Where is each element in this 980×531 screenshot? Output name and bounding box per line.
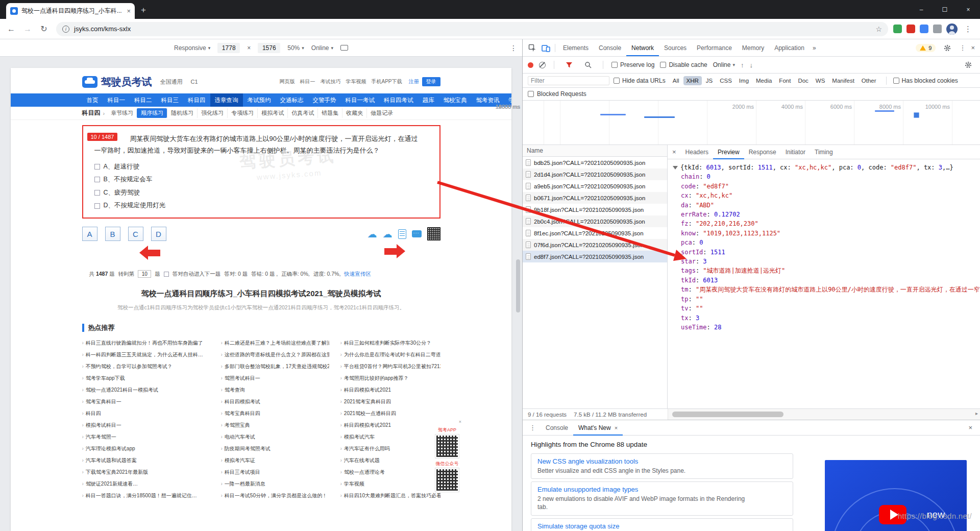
preview-property[interactable]: useTime: 28 [673, 323, 978, 332]
network-request-row[interactable]: 9b18f.json?CALL=?20210205090935.json [523, 204, 667, 215]
preview-property[interactable]: star: 3 [673, 257, 978, 266]
network-request-row[interactable]: ed8f7.json?CALL=?20210205090935.json [523, 251, 667, 262]
back-button[interactable]: ← [4, 22, 18, 36]
hot-link[interactable]: ›2021驾考宝典科目四 [340, 396, 440, 407]
next-question-arrow[interactable] [384, 244, 405, 258]
hot-link[interactable]: ›汽车在线考试题 [340, 454, 440, 466]
main-nav-item[interactable]: 交警手势 [308, 93, 341, 107]
subnav-item[interactable]: 随机练习 [167, 108, 197, 118]
hot-link[interactable]: ›科目四模拟考试2021 [340, 419, 440, 431]
option-checkbox[interactable] [94, 190, 100, 196]
extension-icon[interactable] [906, 25, 915, 33]
preview-property[interactable]: fz: "202,210,216,230" [673, 219, 978, 228]
hot-link[interactable]: ›平台租贷0首付？网约车司机3公里被扣7212元… [340, 360, 440, 372]
hot-link[interactable]: ›科目三考试项目 [221, 466, 329, 478]
network-filter-chip[interactable]: Other [859, 76, 879, 85]
disable-cache-checkbox[interactable] [660, 62, 666, 68]
prev-question-arrow[interactable] [139, 246, 160, 260]
detail-tab[interactable]: Response [744, 145, 781, 159]
devtools-close-icon[interactable]: × [971, 44, 975, 52]
page-scrollbar[interactable] [516, 259, 520, 312]
hot-link[interactable]: ›驾考学车app下载 [82, 372, 210, 384]
main-nav-item[interactable]: 科目二 [130, 93, 157, 107]
subnav-item[interactable]: 专项练习 [227, 108, 257, 118]
question-option[interactable]: C、疲劳驾驶 [94, 186, 428, 200]
hot-link[interactable]: ›考驾照宝典 [221, 419, 329, 431]
devtools-tab[interactable]: Memory [737, 40, 769, 56]
preview-property[interactable]: cx: "xc,hc,kc" [673, 191, 978, 200]
devtools-settings-icon[interactable] [941, 41, 954, 55]
hot-link[interactable]: ›考驾照用比较好的app推荐？ [340, 372, 440, 384]
preview-property[interactable]: code: "ed8f7" [673, 182, 978, 191]
blocked-cookies-checkbox[interactable] [893, 78, 899, 84]
subnav-item[interactable]: 做题记录 [366, 108, 397, 118]
device-mode-select[interactable]: Responsive ▾ [174, 44, 210, 52]
issues-warning-badge[interactable]: 9 [916, 44, 936, 52]
subnav-item[interactable]: 顺序练习 [137, 108, 167, 118]
new-tab-button[interactable]: + [141, 5, 146, 15]
subnav-item[interactable]: 错题集 [317, 108, 342, 118]
extensions-puzzle-icon[interactable] [933, 25, 942, 33]
option-checkbox[interactable] [94, 203, 100, 209]
subnav-item[interactable]: 仿真考试 [287, 108, 317, 118]
network-overview-timeline[interactable]: 2000 ms4000 ms6000 ms8000 ms10000 ms1200… [523, 101, 980, 145]
question-option[interactable]: B、不按规定会车 [94, 173, 428, 186]
inspect-element-icon[interactable] [526, 41, 539, 55]
license-type[interactable]: C1 [191, 79, 198, 85]
network-filter-chip[interactable]: WS [813, 76, 828, 85]
close-icon[interactable]: × [433, 419, 461, 424]
subnav-item[interactable]: 收藏夹 [342, 108, 366, 118]
browser-menu-icon[interactable]: ⋮ [962, 25, 974, 34]
hot-link[interactable]: ›汽车考驾照一 [82, 431, 210, 443]
hot-link[interactable]: ›驾校一点通理论考 [340, 466, 440, 478]
hot-link[interactable]: ›驾考宝典科目一 [82, 396, 210, 407]
comments-icon[interactable] [412, 230, 422, 237]
whats-new-card-link[interactable]: New CSS angle visualization tools [537, 457, 787, 465]
hot-link[interactable]: ›科目一答题口诀，满分18500题！想一遍就记住… [82, 490, 210, 501]
hot-link[interactable]: ›驾考查询 [221, 384, 329, 396]
hot-link[interactable]: ›科一科四判断题三五天就搞定，为什么还有人挂科… [82, 349, 210, 360]
hot-link[interactable]: ›科目四模拟考试2021 [340, 384, 440, 396]
network-filter-chip[interactable]: JS [703, 76, 716, 85]
answer-button[interactable]: C [128, 227, 143, 241]
whats-new-video-thumbnail[interactable]: new [825, 460, 967, 531]
browser-tab[interactable]: 驾校一点通科目四顺序练习_小车科... × [6, 3, 135, 19]
main-nav-item[interactable]: 首页 [82, 93, 103, 107]
export-har-icon[interactable]: ↓ [749, 61, 753, 69]
main-nav-item[interactable]: 科目三 [157, 93, 184, 107]
clear-network-icon[interactable] [539, 62, 546, 68]
main-nav-item[interactable]: 考试预约 [243, 93, 276, 107]
option-checkbox[interactable] [94, 177, 100, 182]
header-link[interactable]: 学车视频 [346, 78, 366, 85]
option-checkbox[interactable] [94, 164, 100, 170]
network-filter-chip[interactable]: CSS [717, 76, 735, 85]
search-icon[interactable] [581, 58, 595, 71]
register-link[interactable]: 注册 [409, 78, 419, 85]
preview-property[interactable]: chain: 0 [673, 172, 978, 181]
hot-link[interactable]: ›科目四10大最难判断题汇总，答案技巧必看！ [340, 490, 440, 501]
horizontal-scrollbar[interactable]: ▸ [668, 409, 980, 420]
hot-link[interactable]: ›学车视频 [340, 478, 440, 490]
hot-link[interactable]: ›为什么你总是在理论考试时卡在科目二弯道转弯上？ [340, 349, 440, 360]
header-link[interactable]: 网页版 [279, 78, 295, 85]
device-toolbar-menu-icon[interactable]: ⋮ [510, 44, 517, 52]
hot-link[interactable]: ›科目三如何精准判断实际停车30公分？ [340, 337, 440, 349]
throttling-select[interactable]: Online ▾ [311, 44, 333, 52]
preview-property[interactable]: know: "1019,1023,1123,1125" [673, 229, 978, 238]
forward-button[interactable]: → [20, 22, 35, 36]
window-minimize-button[interactable]: – [910, 6, 933, 13]
window-close-button[interactable]: × [957, 6, 980, 13]
network-filter-chip[interactable]: Media [753, 76, 775, 85]
main-nav-item[interactable]: 科目一考试 [341, 93, 380, 107]
preview-property[interactable]: errRate: 0.12702 [673, 210, 978, 219]
device-toolbar-toggle-icon[interactable] [539, 41, 552, 55]
main-nav-item[interactable]: 题库 [418, 93, 439, 107]
devtools-menu-icon[interactable]: ⋮ [959, 44, 966, 52]
cloud-sync-icon[interactable]: ☁ [368, 229, 377, 239]
site-logo-icon[interactable] [82, 76, 97, 88]
network-throttling-select[interactable]: Online ▾ [713, 61, 735, 68]
drawer-tab-whats-new[interactable]: What's New× [573, 420, 623, 436]
subnav-item[interactable]: 强化练习 [197, 108, 227, 118]
drawer-tab-console[interactable]: Console [541, 420, 573, 436]
hot-link[interactable]: ›模拟考试汽车 [340, 431, 440, 443]
